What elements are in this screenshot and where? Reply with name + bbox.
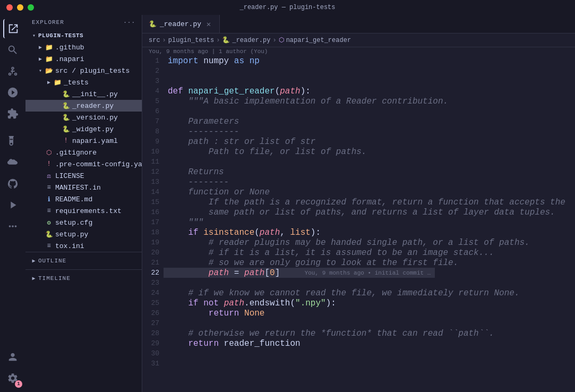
docker-icon[interactable] <box>3 153 22 172</box>
breadcrumb-file-icon: 🐍 <box>222 36 230 44</box>
sidebar-tree: ▾ PLUGIN-TESTS ▶ 📁 .github ▶ 📁 .napari ▾… <box>25 30 142 392</box>
label-setup-cfg: setup.cfg <box>55 219 92 227</box>
code-line-10: 10 Path to file, or list of paths. <box>142 147 570 157</box>
tab-close-icon[interactable]: ✕ <box>204 20 213 28</box>
sep2: › <box>216 37 220 44</box>
breadcrumb-reader[interactable]: _reader.py <box>232 37 270 44</box>
file-icon-tox-ini: ≡ <box>45 242 53 250</box>
maximize-button[interactable] <box>28 4 34 11</box>
code-content-15: If the path is a recognized format, retu… <box>164 197 570 207</box>
account-icon[interactable] <box>3 347 22 367</box>
line-number-25: 25 <box>142 298 164 308</box>
sidebar-item-tox-ini[interactable]: ▶ ≡ tox.ini <box>25 240 142 252</box>
file-icon-manifest: ≡ <box>45 183 53 192</box>
file-icon-setup-cfg: ⚙ <box>45 218 53 227</box>
label-precommit: .pre-commit-config.yaml <box>55 160 142 168</box>
sidebar-item-reader[interactable]: ▶ 🐍 _reader.py <box>25 100 142 112</box>
line-number-18: 18 <box>142 227 164 237</box>
minimize-button[interactable] <box>17 4 23 11</box>
file-icon-requirements: ≡ <box>45 207 53 215</box>
code-content-11 <box>164 157 177 167</box>
outline-section: ▶ OUTLINE <box>25 252 142 269</box>
file-icon-widget: 🐍 <box>62 125 70 133</box>
explorer-icon[interactable] <box>3 19 22 38</box>
activity-bottom: 1 <box>3 347 22 392</box>
file-icon-napari-yaml: ! <box>62 137 70 145</box>
line-number-31: 31 <box>142 359 164 369</box>
code-line-20: 20 # if it is a list, it is assumed to b… <box>142 248 570 258</box>
napari-plugin-icon[interactable] <box>3 195 22 215</box>
code-line-21: 21 # so we are only going to look at the… <box>142 258 570 268</box>
code-line-15: 15 If the path is a recognized format, r… <box>142 197 570 207</box>
sidebar-item-setup-cfg[interactable]: ▶ ⚙ setup.cfg <box>25 217 142 228</box>
code-line-31: 31 <box>142 359 570 369</box>
sidebar-item-gitignore[interactable]: ▶ ⬡ .gitignore <box>25 147 142 158</box>
sidebar-item-widget[interactable]: ▶ 🐍 _widget.py <box>25 123 142 135</box>
line-number-23: 23 <box>142 278 164 288</box>
code-content-4: def napari_get_reader(path): <box>164 86 315 96</box>
outline-header[interactable]: ▶ OUTLINE <box>25 254 142 267</box>
close-button[interactable] <box>6 4 13 11</box>
sidebar-item-init[interactable]: ▶ 🐍 __init__.py <box>25 88 142 100</box>
sidebar-item-manifest[interactable]: ▶ ≡ MANIFEST.in <box>25 182 142 193</box>
code-line-26: 26 return None <box>142 308 570 318</box>
extensions-icon[interactable] <box>3 104 22 123</box>
ellipsis-icon[interactable] <box>3 217 22 236</box>
sidebar-item-requirements[interactable]: ▶ ≡ requirements.txt <box>25 205 142 217</box>
sidebar-menu-icon[interactable]: ··· <box>123 19 135 25</box>
run-icon[interactable] <box>3 83 22 102</box>
timeline-arrow: ▶ <box>30 274 38 283</box>
code-line-17: 17 """ <box>142 217 570 227</box>
line-number-6: 6 <box>142 106 164 116</box>
code-content-12: Returns <box>164 167 228 177</box>
label-reader: _reader.py <box>72 102 114 110</box>
breadcrumb: src › plugin_tests › 🐍 _reader.py › ⬡ na… <box>142 33 575 47</box>
folder-icon-github: 📁 <box>45 43 53 52</box>
editor-content: 1import numpy as np2 3 4def napari_get_r… <box>142 56 570 392</box>
breadcrumb-fn[interactable]: napari_get_reader <box>286 37 351 44</box>
code-content-24: # if we know we cannot read the file, we… <box>164 288 524 298</box>
sidebar-item-tests[interactable]: ▶ 📁 _tests <box>25 76 142 88</box>
file-icon-init: 🐍 <box>62 90 70 98</box>
label-gitignore: .gitignore <box>55 149 97 157</box>
line-number-4: 4 <box>142 86 164 96</box>
code-content-19: # reader plugins may be handed single pa… <box>164 237 534 248</box>
code-content-8: ---------- <box>164 126 243 137</box>
line-number-26: 26 <box>142 308 164 318</box>
window-controls[interactable] <box>6 4 34 11</box>
flask-icon[interactable] <box>3 132 22 151</box>
sidebar-item-precommit[interactable]: ▶ ! .pre-commit-config.yaml <box>25 158 142 170</box>
source-control-icon[interactable] <box>3 62 22 81</box>
sidebar-item-src[interactable]: ▾ 📂 src / plugin_tests <box>25 65 142 76</box>
sidebar-item-readme[interactable]: ▶ ℹ README.md <box>25 193 142 205</box>
breadcrumb-src[interactable]: src <box>149 37 160 44</box>
sidebar-root[interactable]: ▾ PLUGIN-TESTS <box>25 30 142 41</box>
code-content-3 <box>164 76 177 86</box>
sidebar-item-github[interactable]: ▶ 📁 .github <box>25 41 142 53</box>
github-icon[interactable] <box>3 174 22 193</box>
outline-label: OUTLINE <box>38 258 66 264</box>
label-readme: README.md <box>55 195 92 203</box>
sidebar-item-napari[interactable]: ▶ 📁 .napari <box>25 53 142 65</box>
code-line-6: 6 <box>142 106 570 116</box>
titlebar: _reader.py — plugin-tests <box>0 0 575 15</box>
settings-icon[interactable]: 1 <box>3 369 22 388</box>
code-content-29: return reader_function <box>164 338 305 348</box>
sidebar-item-setup-py[interactable]: ▶ 🐍 setup.py <box>25 228 142 240</box>
breadcrumb-plugin-tests[interactable]: plugin_tests <box>168 37 214 44</box>
code-line-30: 30 <box>142 348 570 359</box>
sidebar-item-license[interactable]: ▶ ⚖ LICENSE <box>25 170 142 182</box>
sidebar-item-napari-yaml[interactable]: ▶ ! napari.yaml <box>25 135 142 147</box>
line-number-15: 15 <box>142 197 164 207</box>
code-line-9: 9 path : str or list of str <box>142 137 570 147</box>
sidebar-item-version[interactable]: ▶ 🐍 _version.py <box>25 112 142 123</box>
code-line-28: 28 # otherwise we return the *function* … <box>142 328 570 338</box>
code-editor[interactable]: 1import numpy as np2 3 4def napari_get_r… <box>142 56 575 392</box>
file-icon-precommit: ! <box>45 160 53 168</box>
tab-reader[interactable]: 🐍 _reader.py ✕ <box>142 15 220 33</box>
timeline-header[interactable]: ▶ TIMELINE <box>25 272 142 285</box>
label-napari: .napari <box>55 55 84 63</box>
search-icon[interactable] <box>3 40 22 59</box>
code-line-13: 13 -------- <box>142 177 570 187</box>
arrow-github: ▶ <box>36 43 45 52</box>
